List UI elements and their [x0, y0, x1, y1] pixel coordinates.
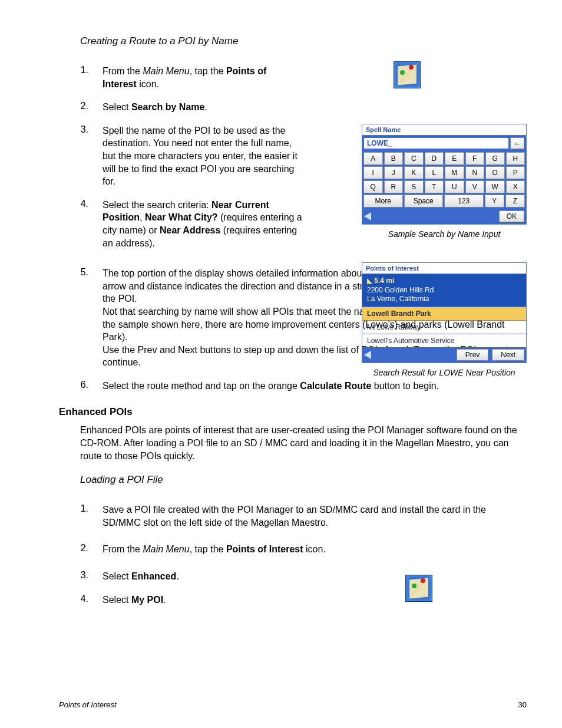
result-detail: ◣ 5.4 mi 2200 Golden Hills Rd La Verne, … — [362, 274, 526, 307]
step-number: 1. — [59, 503, 88, 514]
keyboard-title: Spell Name — [362, 124, 526, 136]
result-address-line2: La Verne, California — [367, 295, 429, 303]
key-i[interactable]: I — [363, 166, 383, 179]
result-item-1[interactable]: Lowell Brandt Park — [362, 307, 526, 320]
key-v[interactable]: V — [465, 180, 485, 193]
key-123[interactable]: 123 — [444, 195, 484, 207]
section-title-2: Loading a POI File — [80, 474, 527, 486]
key-d[interactable]: D — [425, 152, 444, 165]
key-w[interactable]: W — [485, 180, 505, 193]
step-number: 2. — [59, 101, 88, 111]
page-number: 30 — [518, 700, 527, 709]
key-x[interactable]: X — [506, 180, 525, 193]
result-address-line1: 2200 Golden Hills Rd — [367, 286, 434, 294]
key-h[interactable]: H — [506, 152, 525, 165]
results-caption: Search Result for LOWE Near Position — [362, 368, 527, 377]
back-icon[interactable] — [364, 212, 371, 220]
enhanced-pois-body: Enhanced POIs are points of interest tha… — [80, 424, 527, 462]
backspace-button[interactable]: ← — [510, 137, 524, 149]
step-number: 1. — [59, 65, 88, 75]
enhanced-pois-heading: Enhanced POIs — [59, 406, 527, 418]
step-text: Save a POI file created with the POI Man… — [103, 503, 527, 529]
step-text: From the Main Menu, tap the Points of In… — [103, 65, 303, 90]
step-text: Select Enhanced. — [103, 570, 527, 583]
key-k[interactable]: K — [404, 166, 424, 179]
result-distance: 5.4 mi — [374, 276, 394, 285]
key-r[interactable]: R — [384, 180, 404, 193]
result-item-2[interactable]: Mt Lowe Railway — [362, 320, 526, 334]
key-f[interactable]: F — [465, 152, 485, 165]
steps-list-2: 1. Save a POI file created with the POI … — [59, 503, 527, 606]
key-t[interactable]: T — [425, 180, 444, 193]
key-z[interactable]: Z — [505, 195, 525, 207]
keyboard-input[interactable]: LOWE_ — [364, 138, 508, 149]
key-n[interactable]: N — [465, 166, 485, 179]
step-text: Select the route method and tap on the o… — [103, 380, 527, 393]
step-text: Select Search by Name. — [103, 101, 303, 114]
next-button[interactable]: Next — [492, 349, 524, 361]
results-title: Points of Interest — [362, 263, 526, 274]
key-l[interactable]: L — [425, 166, 444, 179]
result-item-3[interactable]: Lowell's Automotive Service — [362, 334, 526, 347]
key-e[interactable]: E — [445, 152, 464, 165]
results-sample: Points of Interest ◣ 5.4 mi 2200 Golden … — [362, 262, 527, 363]
step-number: 3. — [59, 570, 88, 581]
step-text: Select My POI. — [103, 594, 527, 607]
key-p[interactable]: P — [506, 166, 525, 179]
step-number: 4. — [59, 594, 88, 604]
step-number: 5. — [59, 267, 88, 278]
poi-icon — [405, 575, 432, 602]
ok-button[interactable]: OK — [499, 210, 524, 222]
footer-section: Points of Interest — [59, 700, 117, 709]
key-b[interactable]: B — [384, 152, 404, 165]
step-text: From the Main Menu, tap the Points of In… — [103, 543, 338, 556]
section-title-1: Creating a Route to a POI by Name — [80, 35, 527, 47]
key-c[interactable]: C — [404, 152, 424, 165]
step-number: 3. — [59, 124, 88, 135]
key-q[interactable]: Q — [363, 180, 383, 193]
key-j[interactable]: J — [384, 166, 404, 179]
key-space[interactable]: Space — [404, 195, 444, 207]
poi-icon — [394, 61, 421, 88]
back-icon[interactable] — [364, 351, 371, 359]
key-y[interactable]: Y — [485, 195, 504, 207]
key-s[interactable]: S — [404, 180, 424, 193]
key-o[interactable]: O — [485, 166, 505, 179]
key-a[interactable]: A — [363, 152, 383, 165]
key-more[interactable]: More — [363, 195, 403, 207]
step-text: Spell the name of the POI to be used as … — [103, 124, 303, 188]
keyboard-sample: Spell Name LOWE_ ← A B C D E F G H I J K… — [362, 124, 527, 225]
step-number: 4. — [59, 199, 88, 209]
step-number: 6. — [59, 380, 88, 390]
key-u[interactable]: U — [445, 180, 464, 193]
key-m[interactable]: M — [445, 166, 464, 179]
keyboard-caption: Sample Search by Name Input — [362, 229, 527, 239]
step-text: Select the search criteria: Near Current… — [103, 199, 303, 249]
key-g[interactable]: G — [485, 152, 505, 165]
step-number: 2. — [59, 543, 88, 554]
prev-button[interactable]: Prev — [457, 349, 489, 361]
